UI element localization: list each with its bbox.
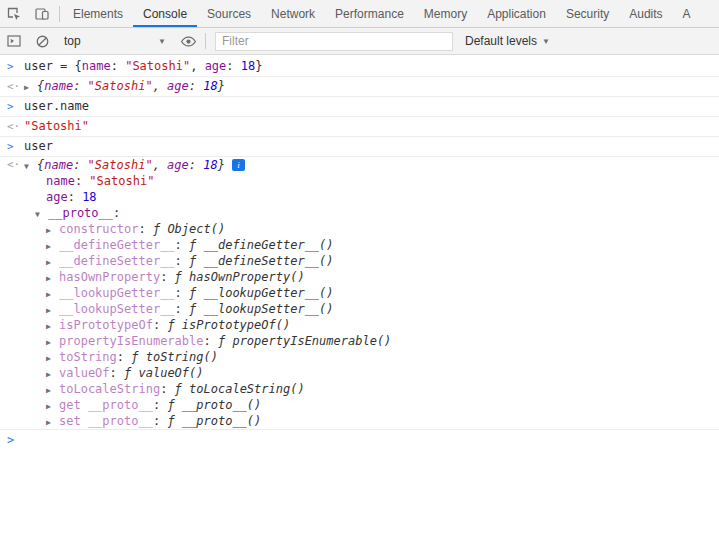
- console-text: :: [153, 414, 167, 428]
- log-levels-dropdown[interactable]: Default levels ▼: [465, 34, 550, 48]
- tab-strip: ElementsConsoleSourcesNetworkPerformance…: [63, 0, 719, 27]
- console-text: isPrototypeOf: [59, 318, 153, 332]
- console-text: set __proto__: [59, 414, 153, 428]
- console-text: toString: [59, 350, 117, 364]
- result-arrow-icon: <·: [7, 77, 20, 96]
- console-sidebar-icon[interactable]: [0, 28, 28, 55]
- toolbar-divider: [59, 6, 60, 22]
- live-expression-eye-icon[interactable]: [174, 28, 202, 55]
- console-text: ƒ __proto__(): [167, 398, 261, 412]
- object-tree-row: ▶hasOwnProperty: ƒ hasOwnProperty(): [0, 269, 719, 285]
- console-text: :: [189, 158, 203, 172]
- console-text: __lookupSetter__: [59, 302, 175, 316]
- console-text: }: [218, 79, 225, 93]
- console-text: :: [113, 206, 120, 220]
- console-text: user = {: [24, 59, 82, 73]
- clear-console-icon[interactable]: [28, 28, 56, 55]
- console-text: "Satoshi": [88, 79, 153, 93]
- tab-performance[interactable]: Performance: [325, 0, 414, 27]
- console-text: ƒ propertyIsEnumerable(): [218, 334, 391, 348]
- console-result: <·"Satoshi": [0, 117, 719, 137]
- tab-elements[interactable]: Elements: [63, 0, 133, 27]
- devtools-tabbar: ElementsConsoleSourcesNetworkPerformance…: [0, 0, 719, 28]
- input-chevron-icon: >: [7, 137, 14, 156]
- chevron-down-icon: ▼: [542, 37, 550, 46]
- devtools-window: ElementsConsoleSourcesNetworkPerformance…: [0, 0, 719, 450]
- console-text: :: [226, 59, 240, 73]
- console-result: <·▶{name: "Satoshi", age: 18}: [0, 77, 719, 97]
- tab-overflow[interactable]: A: [673, 0, 701, 27]
- console-text: ƒ valueOf(): [124, 366, 203, 380]
- prompt-chevron-icon: >: [7, 433, 14, 447]
- object-tree-row: ▶__lookupSetter__: ƒ __lookupSetter__(): [0, 301, 719, 317]
- console-text: :: [117, 350, 131, 364]
- console-text: }: [218, 158, 225, 172]
- tab-memory[interactable]: Memory: [414, 0, 477, 27]
- result-arrow-icon: <·: [7, 117, 20, 136]
- console-text: "Satoshi": [88, 158, 153, 172]
- console-text: :: [153, 398, 167, 412]
- console-text: :: [189, 79, 203, 93]
- tab-sources[interactable]: Sources: [197, 0, 261, 27]
- disclosure-triangle-icon[interactable]: ▶: [24, 78, 37, 97]
- console-toolbar: top ▼ Default levels ▼: [0, 28, 719, 55]
- object-tree-row: ▶__defineGetter__: ƒ __defineGetter__(): [0, 237, 719, 253]
- execution-context-selector[interactable]: top ▼: [56, 31, 174, 51]
- console-result: <·▼{name: "Satoshi", age: 18}i: [0, 157, 719, 173]
- console-text: :: [175, 286, 189, 300]
- chevron-down-icon: ▼: [158, 37, 166, 46]
- console-text: propertyIsEnumerable: [59, 334, 204, 348]
- console-text: user.name: [24, 99, 89, 113]
- console-text: 18: [203, 79, 217, 93]
- console-text: :: [110, 366, 124, 380]
- console-text: "Satoshi": [24, 119, 89, 133]
- tab-application[interactable]: Application: [477, 0, 556, 27]
- tab-audits[interactable]: Audits: [619, 0, 672, 27]
- console-text: :: [111, 59, 125, 73]
- inspect-element-icon[interactable]: [0, 0, 28, 27]
- console-text: user: [24, 139, 53, 153]
- object-tree-row: ▶set __proto__: ƒ __proto__(): [0, 413, 719, 429]
- result-arrow-icon: <·: [7, 157, 20, 173]
- console-text: toLocaleString: [59, 382, 160, 396]
- device-toolbar-icon[interactable]: [28, 0, 56, 27]
- console-text: __lookupGetter__: [59, 286, 175, 300]
- tab-security[interactable]: Security: [556, 0, 619, 27]
- console-text: ƒ __defineGetter__(): [189, 238, 334, 252]
- console-text: 18: [82, 190, 96, 204]
- console-prompt[interactable]: >: [0, 429, 719, 450]
- context-label: top: [64, 34, 81, 48]
- object-tree-row: ▶isPrototypeOf: ƒ isPrototypeOf(): [0, 317, 719, 333]
- console-text: age: [46, 190, 68, 204]
- console-text: ,: [153, 79, 167, 93]
- object-tree-row: ▶toLocaleString: ƒ toLocaleString(): [0, 381, 719, 397]
- console-text: ,: [190, 59, 204, 73]
- console-text: age: [167, 79, 189, 93]
- console-text: name: [82, 59, 111, 73]
- input-chevron-icon: >: [7, 97, 14, 116]
- disclosure-triangle-icon[interactable]: ▶: [46, 415, 59, 431]
- input-chevron-icon: >: [7, 57, 14, 76]
- info-badge-icon: i: [232, 159, 245, 171]
- tab-console[interactable]: Console: [133, 0, 197, 27]
- object-tree-row: ▼__proto__:: [0, 205, 719, 221]
- console-text: :: [138, 222, 152, 236]
- console-text: :: [175, 254, 189, 268]
- console-text: age: [205, 59, 227, 73]
- object-tree-row: ▶toString: ƒ toString(): [0, 349, 719, 365]
- console-command: >user.name: [0, 97, 719, 117]
- console-text: age: [167, 158, 189, 172]
- object-tree-row: ▶__lookupGetter__: ƒ __lookupGetter__(): [0, 285, 719, 301]
- object-tree-row: ▶__defineSetter__: ƒ __defineSetter__(): [0, 253, 719, 269]
- console-text: name: [46, 174, 75, 188]
- console-filter-input[interactable]: [215, 32, 453, 51]
- console-text: ƒ hasOwnProperty(): [175, 270, 305, 284]
- console-text: :: [153, 318, 167, 332]
- console-text: :: [204, 334, 218, 348]
- tab-network[interactable]: Network: [261, 0, 325, 27]
- object-tree-row: ▶constructor: ƒ Object(): [0, 221, 719, 237]
- console-text: "Satoshi": [89, 174, 154, 188]
- console-text: :: [175, 302, 189, 316]
- console-text: hasOwnProperty: [59, 270, 160, 284]
- console-text: ƒ __defineSetter__(): [189, 254, 334, 268]
